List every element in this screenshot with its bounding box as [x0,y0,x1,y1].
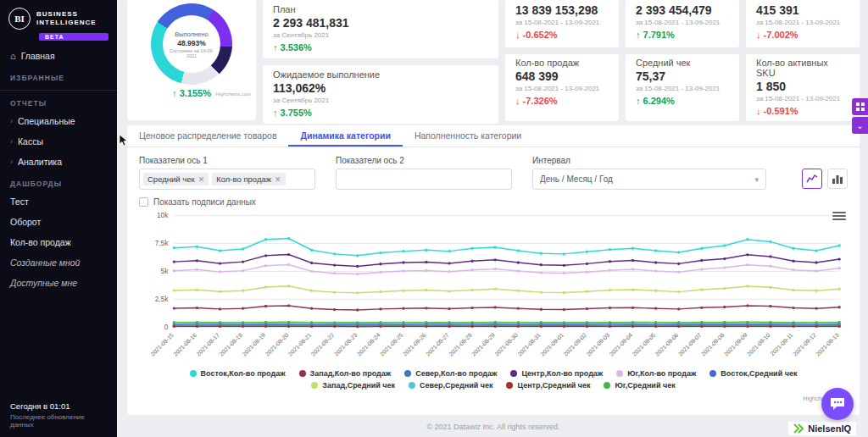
mouse-cursor [119,134,129,151]
kpi-grid: 13 839 153,298 за 15-08-2021 - 13-09-202… [505,0,860,120]
expected-delta: ↑ 3.755% [273,108,488,118]
collapse-panel-button[interactable]: ⌄ [852,117,868,134]
sidebar-item-home[interactable]: ⌂ Главная [0,46,117,66]
svg-text:2021-09-09: 2021-09-09 [723,332,748,357]
grid-icon [856,102,865,111]
sidebar-item-test[interactable]: Тест [0,191,117,212]
chat-bubble-icon [829,396,846,412]
legend-dot-icon [616,370,623,377]
legend-item[interactable]: Центр,Средний чек [506,381,590,390]
legend-item[interactable]: Восток,Кол-во продаж [190,369,286,378]
tab-category-fullness[interactable]: Наполненность категории [403,125,533,147]
svg-text:2021-08-24: 2021-08-24 [356,332,381,357]
legend-item[interactable]: Центр,Кол-во продаж [510,369,603,378]
app-screen: BI BUSINESS INTELLIGENCE BETA ⌂ Главная … [0,0,868,437]
legend-item[interactable]: Юг,Кол-во продаж [616,369,696,378]
favorites-header: ИЗБРАННЫЕ [0,66,117,86]
legend-item[interactable]: Север,Кол-во продаж [404,369,497,378]
svg-text:2021-09-04: 2021-09-04 [608,332,633,357]
axis1-label: Показатели ось 1 [139,156,315,165]
sidebar-item-sales-count[interactable]: Кол-во продаж [0,232,117,252]
sidebar-item-special[interactable]: › Специальные [0,111,117,131]
remove-tag-icon[interactable]: ✕ [275,175,281,184]
legend-dot-icon [311,382,318,389]
legend-dot-icon [404,370,411,377]
reports-header: ОТЧЕТЫ [0,91,117,111]
arrow-up-icon: ↑ [636,30,641,40]
filters-row: Показатели ось 1 Средний чек ✕ Кол-во пр… [139,156,848,190]
chart-area: 02,5k5k7,5k10k2021-08-152021-08-162021-0… [139,208,848,390]
bar-chart-icon [832,173,843,185]
interval-select[interactable]: День / Месяц / Год ▾ [532,169,766,190]
sidebar-item-analytics[interactable]: › Аналитика [0,152,117,172]
kpi-card: 2 393 454,479 за 15-08-2021 - 13-09-2021… [626,0,739,47]
plan-value: 2 293 481,831 [273,16,488,30]
legend-item[interactable]: Восток,Средний чек [709,369,797,378]
series-Центр,Кол-во продаж [174,255,839,267]
sidebar-item-created-by-me[interactable]: Созданные мной [0,252,117,273]
svg-text:2021-08-31: 2021-08-31 [516,332,542,357]
legend-item[interactable]: Север,Средний чек [409,381,492,390]
svg-text:2021-08-23: 2021-08-23 [333,332,359,357]
chevron-right-icon: › [10,158,13,166]
chevron-right-icon: › [10,137,13,146]
nielseniq-icon [793,423,805,434]
arrow-up-icon: ↑ [172,88,177,98]
svg-text:2021-09-02: 2021-09-02 [562,332,587,357]
chat-button[interactable] [821,388,854,420]
footer: © 2021 Datawiz Inc. All rights reserved.… [127,417,860,437]
chart-menu-icon[interactable] [832,210,846,222]
legend-item[interactable]: Запад,Кол-во продаж [299,369,392,378]
svg-text:2021-08-26: 2021-08-26 [402,332,427,357]
svg-text:2021-08-20: 2021-08-20 [264,332,290,357]
axis1-multiselect[interactable]: Средний чек ✕ Кол-во продаж ✕ [139,169,315,190]
line-chart-button[interactable] [802,169,822,189]
svg-text:2021-08-21: 2021-08-21 [287,332,313,357]
line-chart-icon [806,173,818,185]
arrow-down-icon: ↓ [756,30,761,40]
tab-price-distribution[interactable]: Ценовое распределение товаров [127,125,288,147]
highcharts-credit[interactable]: Highcharts.com [215,91,251,97]
plan-delta: ↑ 3.536% [273,42,488,53]
category-tabs: Ценовое распределение товаров Динамика к… [127,125,860,147]
series-Запад,Кол-во продаж [174,306,839,310]
arrow-up-icon: ↑ [273,42,278,53]
line-chart[interactable]: 02,5k5k7,5k10k2021-08-152021-08-162021-0… [139,208,848,368]
legend-item[interactable]: Запад,Средний чек [311,381,395,390]
svg-text:2021-09-01: 2021-09-01 [539,332,565,357]
widgets-panel-button[interactable] [852,98,868,115]
logo[interactable]: BI BUSINESS INTELLIGENCE [0,0,117,31]
svg-text:2021-09-03: 2021-09-03 [585,332,610,357]
svg-text:2021-09-06: 2021-09-06 [654,332,680,357]
legend-dot-icon [510,370,517,377]
kpi-card: 415 391 за 15-08-2021 - 13-09-2021 ↓ -7.… [746,0,860,47]
expected-period: за Сентябрь 2021 [273,97,488,104]
divider [0,90,117,91]
sidebar-item-cashdesks[interactable]: › Кассы [0,131,117,152]
remove-tag-icon[interactable]: ✕ [198,175,205,184]
chevron-right-icon: › [10,117,13,125]
sidebar-item-available-to-me[interactable]: Доступные мне [0,273,117,293]
legend-item[interactable]: Юг,Средний чек [604,381,675,390]
legend-dot-icon [604,382,610,389]
svg-text:2021-09-08: 2021-09-08 [700,332,726,357]
beta-badge: BETA [39,33,108,41]
arrow-up-icon: ↑ [636,96,641,106]
bar-chart-button[interactable] [827,169,848,189]
sidebar-item-turnover[interactable]: Оборот [0,212,117,232]
svg-text:2021-08-29: 2021-08-29 [470,332,496,357]
axis2-multiselect[interactable] [336,169,512,190]
svg-text:2021-09-10: 2021-09-10 [746,332,771,357]
svg-text:2021-08-19: 2021-08-19 [241,332,266,357]
svg-text:2021-08-15: 2021-08-15 [149,332,175,357]
tab-category-dynamics[interactable]: Динамика категории [288,125,402,147]
kpi-card-sales-count: Кол-во продаж 648 399 за 15-08-2021 - 13… [505,54,619,121]
gauge-value: 48.993% [177,39,206,47]
svg-text:2021-08-28: 2021-08-28 [448,332,473,357]
plan-column: План 2 293 481,831 за Сентябрь 2021 ↑ 3.… [263,0,498,120]
gauge-donut-chart[interactable]: Выполнено 48.993% Состояние на 14-09-202… [151,3,232,85]
plan-card: План 2 293 481,831 за Сентябрь 2021 ↑ 3.… [263,0,498,58]
legend-dot-icon [190,370,197,377]
show-labels-checkbox[interactable] [139,197,148,207]
plan-title: План [273,4,488,14]
